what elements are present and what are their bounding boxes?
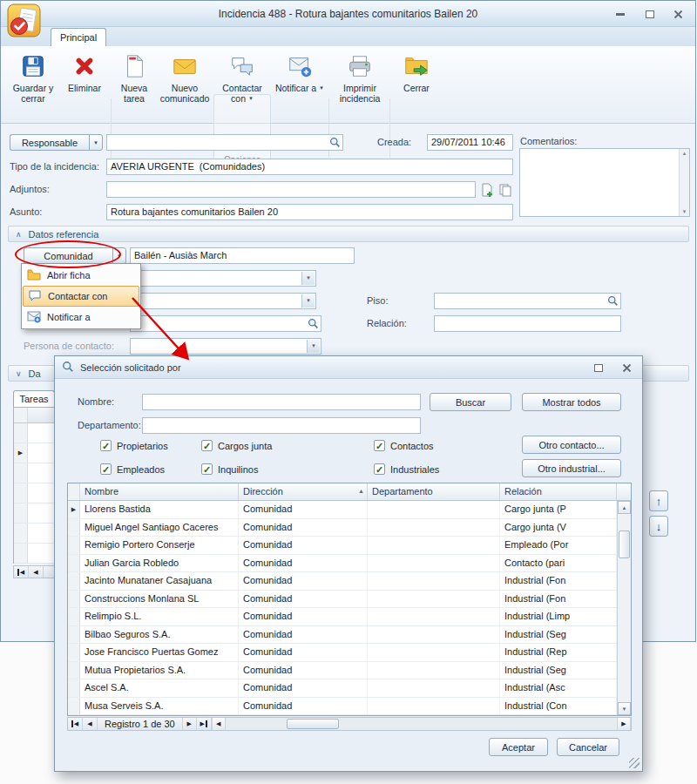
- dialog-close-button[interactable]: [616, 361, 637, 375]
- new-message-button[interactable]: Nuevo comunicado: [156, 51, 213, 118]
- table-row[interactable]: Construccions Monlana SLComunidadIndustr…: [68, 591, 617, 609]
- tipo-field[interactable]: AVERIA URGENTE (Comunidades): [106, 159, 513, 175]
- scroll-up-icon[interactable]: ▲: [682, 151, 687, 156]
- checkbox-cargos-junta[interactable]: ✓Cargos junta: [201, 440, 272, 451]
- row-selector: [68, 644, 80, 661]
- prev-record-button[interactable]: ◀: [83, 718, 98, 730]
- table-row[interactable]: Remigio Portero ConserjeComunidadEmplead…: [68, 537, 617, 555]
- prev-record-button[interactable]: ◀: [29, 566, 44, 578]
- save-and-close-button[interactable]: Guardar y cerrar: [8, 51, 58, 118]
- table-row[interactable]: Julian Garcia RobledoComunidadContacto (…: [68, 555, 617, 573]
- aceptar-button[interactable]: Aceptar: [489, 738, 548, 756]
- print-incident-button[interactable]: Imprimir incidencia: [332, 51, 388, 118]
- dropdown-icon[interactable]: ▼: [301, 272, 315, 285]
- checkbox-empleados[interactable]: ✓Empleados: [100, 463, 165, 475]
- table-row[interactable]: Miguel Angel Santiago CaceresComunidadCa…: [68, 519, 617, 537]
- comentarios-box[interactable]: ▲ ▼: [519, 148, 690, 217]
- new-task-button[interactable]: Nueva tarea: [114, 51, 154, 118]
- next-record-button[interactable]: ▶: [182, 718, 197, 730]
- direccion-combo[interactable]: Bailen nº 20 ▼: [130, 270, 316, 287]
- horizontal-scrollbar[interactable]: ◀ ▶: [212, 718, 631, 730]
- asunto-field[interactable]: Rotura bajantes comunitarios Bailen 20: [106, 204, 513, 220]
- column-header-direccion[interactable]: Dirección▲: [239, 483, 368, 500]
- delete-button[interactable]: Eliminar: [62, 51, 107, 118]
- table-row[interactable]: Musa Serveis S.A.ComunidadIndustrial (Co…: [68, 698, 617, 716]
- scrollbar-thumb[interactable]: [619, 531, 630, 558]
- last-record-button[interactable]: ▶: [197, 718, 212, 730]
- column-header-departamento[interactable]: Departamento: [368, 483, 500, 500]
- piso-field[interactable]: [434, 293, 621, 309]
- search-icon[interactable]: [329, 137, 341, 151]
- move-up-button[interactable]: ↑: [649, 490, 668, 511]
- table-row[interactable]: Mutua Propietarios S.A.ComunidadIndustri…: [68, 662, 617, 680]
- minimize-button[interactable]: [610, 7, 631, 22]
- new-task-icon: [121, 53, 147, 81]
- relacion-field[interactable]: [434, 315, 621, 332]
- dropdown-icon[interactable]: ▼: [301, 294, 315, 308]
- datos-referencia-header[interactable]: ∧ Datos referencia: [8, 226, 689, 242]
- table-vertical-scrollbar[interactable]: ▲ ▼: [617, 501, 631, 715]
- close-folder-icon: [403, 53, 430, 81]
- adjuntos-field[interactable]: [106, 181, 476, 198]
- menu-item-notificar-a[interactable]: Notificar a: [23, 307, 139, 328]
- escalera-combo[interactable]: ▼: [130, 293, 316, 309]
- checkbox-propietarios[interactable]: ✓Propietarios: [100, 440, 168, 451]
- search-icon[interactable]: [308, 318, 319, 332]
- tab-tareas[interactable]: Tareas: [13, 390, 55, 407]
- table-row[interactable]: Ascel S.A.ComunidadIndustrial (Asc: [68, 679, 617, 698]
- table-row[interactable]: Bilbao Seguros S.A.ComunidadIndustrial (…: [68, 626, 617, 645]
- scrollbar-thumb[interactable]: [287, 719, 339, 729]
- creada-field[interactable]: 29/07/2011 10:46: [427, 134, 513, 151]
- table-row[interactable]: Jacinto Munataner CasajuanaComunidadIndu…: [68, 572, 617, 591]
- responsable-dropdown-button[interactable]: Responsable ▼: [10, 134, 103, 151]
- cancelar-button[interactable]: Cancelar: [557, 738, 619, 756]
- menu-item-contactar-con[interactable]: Contactar con: [23, 286, 139, 307]
- first-record-button[interactable]: ◀: [68, 718, 83, 730]
- comunidad-field[interactable]: Bailén - Ausiàs March: [130, 247, 355, 264]
- column-header-relacion[interactable]: Relación: [500, 483, 617, 500]
- menu-item-abrir-ficha[interactable]: Abrir ficha: [23, 265, 139, 286]
- copy-attachment-button[interactable]: [497, 182, 513, 198]
- contact-with-button[interactable]: Contactar con ▼: [215, 51, 269, 118]
- table-row[interactable]: ▶Llorens BastidaComunidadCargo junta (P: [68, 501, 617, 519]
- first-record-button[interactable]: ◀: [14, 566, 29, 578]
- scroll-down-button[interactable]: ▼: [618, 702, 631, 715]
- persona-contacto-combo[interactable]: ▼: [130, 338, 321, 355]
- checkbox-inquilinos[interactable]: ✓Inquilinos: [201, 463, 258, 475]
- departamento-input[interactable]: [142, 417, 421, 434]
- comunidad-split-button[interactable]: Comunidad ▼: [24, 247, 126, 264]
- search-icon[interactable]: [607, 295, 619, 309]
- comments-scrollbar[interactable]: ▲ ▼: [679, 149, 689, 216]
- maximize-button[interactable]: [639, 7, 660, 22]
- results-rows: ▶Llorens BastidaComunidadCargo junta (PM…: [68, 501, 617, 715]
- add-attachment-button[interactable]: [479, 182, 495, 198]
- mostrar-todos-button[interactable]: Mostrar todos: [522, 393, 621, 411]
- scroll-down-icon[interactable]: ▼: [682, 209, 687, 214]
- buscar-button[interactable]: Buscar: [430, 393, 511, 411]
- resize-grip[interactable]: [629, 758, 639, 768]
- responsable-field[interactable]: Jaume Jurado ( Central - Propiedad Horiz…: [106, 134, 343, 151]
- dropdown-icon[interactable]: ▼: [307, 340, 320, 353]
- table-row[interactable]: Jose Francisco Puertas GomezComunidadInd…: [68, 644, 617, 662]
- otro-industrial-button[interactable]: Otro industrial...: [522, 459, 621, 477]
- collapse-icon[interactable]: ∧: [16, 230, 22, 239]
- move-down-button[interactable]: ↓: [649, 516, 668, 537]
- checkbox-contactos[interactable]: ✓Contactos: [374, 440, 434, 451]
- checkbox-industriales[interactable]: ✓Industriales: [374, 463, 439, 475]
- expand-icon[interactable]: ∨: [16, 369, 22, 378]
- cell-relacion: Cargo junta (P: [500, 501, 617, 518]
- dialog-maximize-button[interactable]: [588, 361, 609, 375]
- close-button[interactable]: [667, 7, 688, 22]
- otro-contacto-button[interactable]: Otro contacto...: [522, 436, 621, 454]
- column-header-nombre[interactable]: Nombre: [80, 483, 239, 500]
- nombre-input[interactable]: [142, 394, 421, 410]
- notify-to-button[interactable]: Notificar a ▼: [274, 51, 325, 118]
- scroll-right-button[interactable]: ▶: [617, 718, 631, 730]
- scroll-left-button[interactable]: ◀: [212, 718, 226, 730]
- table-row[interactable]: Relimpio S.L.ComunidadIndustrial (Limp: [68, 608, 617, 626]
- close-incident-button[interactable]: Cerrar: [395, 51, 438, 118]
- results-table: Nombre Dirección▲ Departamento Relación …: [67, 483, 632, 716]
- scroll-up-button[interactable]: ▲: [618, 501, 631, 514]
- solicitado-lookup-field[interactable]: [130, 315, 321, 332]
- tab-principal[interactable]: Principal: [51, 28, 106, 46]
